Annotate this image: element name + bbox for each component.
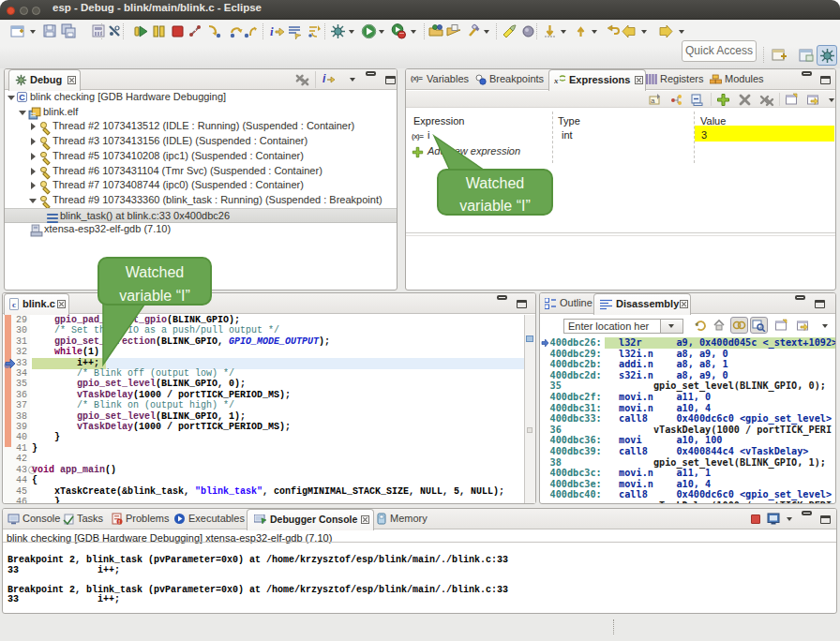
svg-text:a: a [651,97,655,105]
svg-text:i: i [270,24,274,38]
svg-text:x: x [554,76,559,85]
svg-text:!: ! [118,519,120,525]
